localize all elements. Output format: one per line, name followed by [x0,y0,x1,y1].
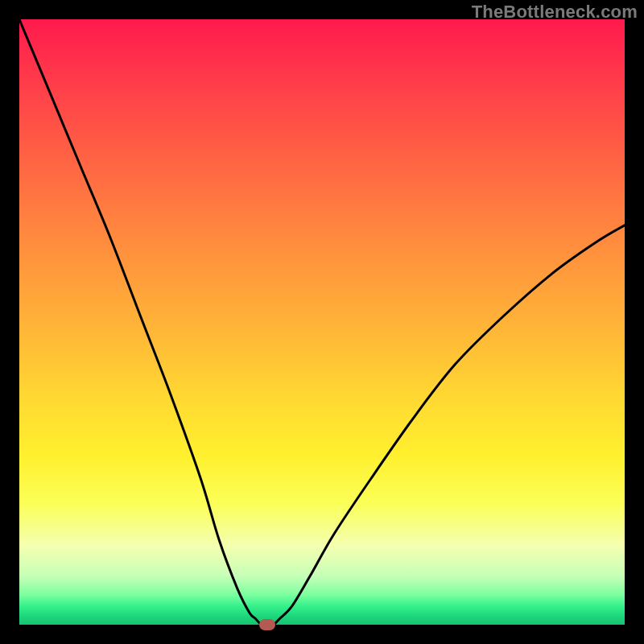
curve-svg [19,19,625,625]
chart-frame: TheBottleneck.com [0,0,644,644]
optimum-marker [259,619,275,630]
bottleneck-curve-path [19,19,625,625]
plot-area [19,19,625,625]
